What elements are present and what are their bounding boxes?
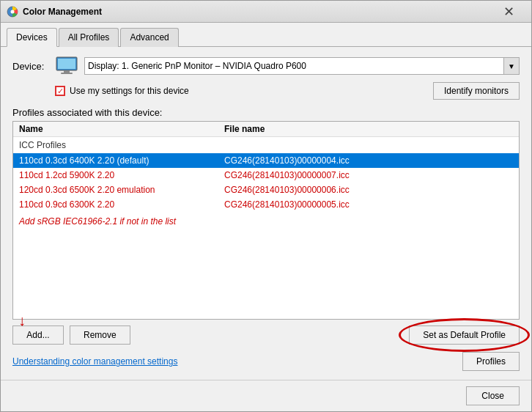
identify-monitors-button[interactable]: Identify monitors xyxy=(433,82,520,100)
app-icon xyxy=(7,6,18,18)
profiles-button[interactable]: Profiles xyxy=(462,352,520,371)
add-button-wrapper: ↓ Add... xyxy=(12,325,64,345)
svg-rect-3 xyxy=(58,59,75,69)
title-bar: Color Management ✕ xyxy=(1,1,531,23)
svg-rect-5 xyxy=(61,73,73,74)
set-default-wrapper: Set as Default Profile xyxy=(409,325,520,345)
svg-point-1 xyxy=(11,10,15,13)
red-arrow-indicator: ↓ xyxy=(18,312,26,329)
profile-row-2[interactable]: 120cd 0.3cd 6500K 2.20 emulation CG246(2… xyxy=(13,183,519,197)
tab-bar: Devices All Profiles Advanced xyxy=(1,23,531,47)
profile-filename-1: CG246(28140103)00000007.icc xyxy=(224,170,513,180)
profiles-section-label: Profiles associated with this device: xyxy=(12,107,520,118)
device-row: Device: Display: 1. Generic PnP Monitor … xyxy=(12,56,520,76)
device-dropdown[interactable]: Display: 1. Generic PnP Monitor – NVIDIA… xyxy=(84,57,520,75)
profiles-table: Name File name ICC Profiles 110cd 0.3cd … xyxy=(12,121,520,320)
profile-name-1: 110cd 1.2cd 5900K 2.20 xyxy=(19,170,224,180)
help-link[interactable]: Understanding color management settings xyxy=(12,356,177,367)
add-note: Add sRGB IEC61966-2.1 if not in the list xyxy=(13,212,519,228)
table-header: Name File name xyxy=(13,122,519,137)
icc-group-label: ICC Profiles xyxy=(13,137,519,153)
window-footer: Close xyxy=(1,380,531,411)
set-default-button[interactable]: Set as Default Profile xyxy=(409,325,520,345)
device-select-wrapper: Display: 1. Generic PnP Monitor – NVIDIA… xyxy=(84,57,520,75)
tab-devices[interactable]: Devices xyxy=(7,28,57,47)
profile-name-0: 110cd 0.3cd 6400K 2.20 (default) xyxy=(19,155,224,166)
column-filename-header: File name xyxy=(224,124,513,134)
tab-advanced[interactable]: Advanced xyxy=(120,28,178,47)
profile-rows-container: 110cd 0.3cd 6400K 2.20 (default) CG246(2… xyxy=(13,153,519,212)
footer-row: Understanding color management settings … xyxy=(12,352,520,371)
bottom-section: ↓ Add... Remove Set as Default Profile U… xyxy=(12,325,520,371)
dropdown-arrow[interactable]: ▼ xyxy=(503,57,520,75)
profile-row-3[interactable]: 110cd 0.9cd 6300K 2.20 CG246(28140103)00… xyxy=(13,197,519,212)
checkbox-label: Use my settings for this device xyxy=(70,86,189,96)
profile-filename-3: CG246(28140103)00000005.icc xyxy=(224,199,513,210)
close-button[interactable]: Close xyxy=(466,386,520,405)
close-window-button[interactable]: ✕ xyxy=(492,1,525,23)
profile-name-2: 120cd 0.3cd 6500K 2.20 emulation xyxy=(19,185,224,195)
use-my-settings-checkbox[interactable] xyxy=(55,86,65,96)
tab-all-profiles[interactable]: All Profiles xyxy=(59,28,119,47)
svg-rect-4 xyxy=(64,70,70,73)
window-title: Color Management xyxy=(23,7,492,17)
action-button-row: ↓ Add... Remove Set as Default Profile xyxy=(12,325,520,345)
remove-button[interactable]: Remove xyxy=(70,325,130,345)
profile-row-0[interactable]: 110cd 0.3cd 6400K 2.20 (default) CG246(2… xyxy=(13,153,519,168)
device-label: Device: xyxy=(12,61,49,72)
profile-filename-0: CG246(28140103)00000004.icc xyxy=(224,155,513,166)
profile-name-3: 110cd 0.9cd 6300K 2.20 xyxy=(19,199,224,210)
tab-content: Device: Display: 1. Generic PnP Monitor … xyxy=(1,47,531,380)
monitor-icon xyxy=(55,56,78,76)
main-window: Color Management ✕ Devices All Profiles … xyxy=(0,0,532,412)
profile-filename-2: CG246(28140103)00000006.icc xyxy=(224,185,513,195)
column-name-header: Name xyxy=(19,124,224,134)
profile-row-1[interactable]: 110cd 1.2cd 5900K 2.20 CG246(28140103)00… xyxy=(13,168,519,183)
